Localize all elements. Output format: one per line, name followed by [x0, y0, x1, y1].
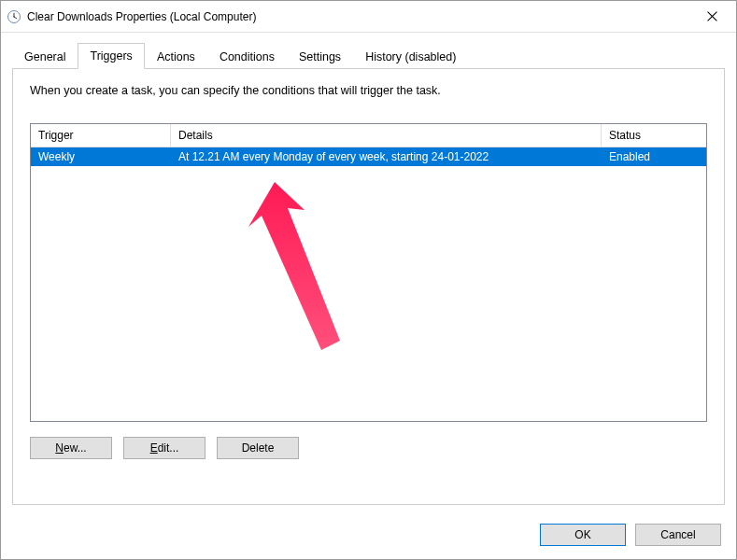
col-header-status[interactable]: Status [602, 124, 706, 147]
tab-history[interactable]: History (disabled) [353, 44, 468, 69]
tab-panel-triggers: When you create a task, you can specify … [12, 69, 725, 505]
delete-button[interactable]: Delete [217, 437, 299, 459]
triggers-list[interactable]: Trigger Details Status Weekly At 12.21 A… [30, 123, 707, 422]
window-title: Clear Downloads Properties (Local Comput… [27, 10, 693, 23]
clock-icon [7, 9, 21, 24]
intro-text: When you create a task, you can specify … [30, 84, 707, 97]
tab-general[interactable]: General [12, 44, 78, 69]
cell-trigger: Weekly [31, 147, 171, 166]
tab-settings[interactable]: Settings [287, 44, 353, 69]
new-button[interactable]: New... [30, 437, 112, 459]
col-header-trigger[interactable]: Trigger [31, 124, 171, 147]
list-header: Trigger Details Status [31, 124, 706, 147]
content-area: General Triggers Actions Conditions Sett… [1, 33, 736, 514]
dialog-window: Clear Downloads Properties (Local Comput… [0, 0, 737, 560]
cancel-button[interactable]: Cancel [635, 524, 721, 546]
list-body: Weekly At 12.21 AM every Monday of every… [31, 147, 706, 421]
dialog-footer: OK Cancel [1, 514, 736, 559]
titlebar: Clear Downloads Properties (Local Comput… [1, 1, 736, 33]
cell-details: At 12.21 AM every Monday of every week, … [171, 147, 602, 166]
tab-triggers[interactable]: Triggers [78, 43, 144, 69]
cell-status: Enabled [602, 147, 706, 166]
tab-actions[interactable]: Actions [145, 44, 207, 69]
ok-button[interactable]: OK [540, 524, 626, 546]
tab-strip: General Triggers Actions Conditions Sett… [12, 42, 725, 69]
svg-point-3 [13, 16, 14, 17]
trigger-row[interactable]: Weekly At 12.21 AM every Monday of every… [31, 147, 706, 166]
tab-conditions[interactable]: Conditions [207, 44, 287, 69]
edit-button[interactable]: Edit... [123, 437, 206, 459]
close-button[interactable] [693, 4, 730, 30]
col-header-details[interactable]: Details [171, 124, 602, 147]
action-button-row: New... Edit... Delete [30, 437, 707, 459]
